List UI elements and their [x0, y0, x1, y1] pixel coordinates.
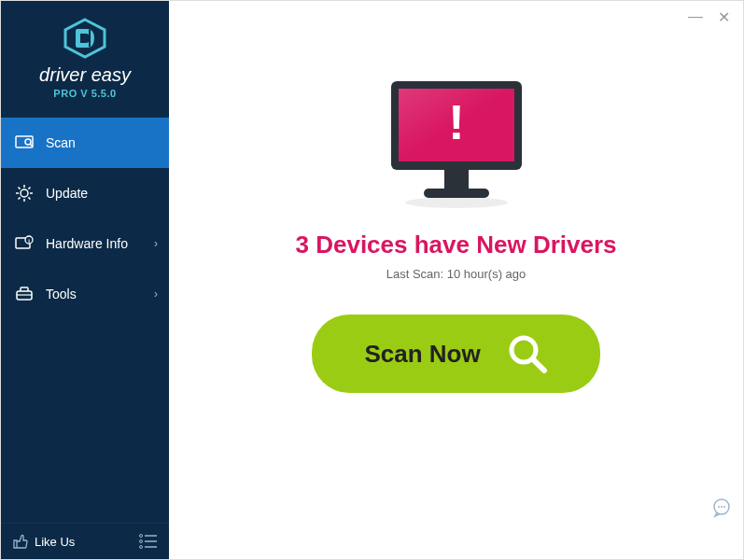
svg-line-13	[28, 188, 30, 189]
hardware-info-icon: i	[14, 233, 35, 254]
close-button[interactable]: ✕	[718, 8, 730, 26]
svg-rect-34	[424, 189, 489, 198]
svg-text:!: !	[448, 95, 464, 149]
svg-point-27	[140, 546, 143, 549]
magnify-icon	[507, 333, 548, 374]
svg-line-10	[19, 188, 21, 189]
logo-icon	[1, 18, 169, 59]
nav-update[interactable]: Update	[1, 168, 169, 218]
svg-point-25	[140, 540, 143, 543]
toolbox-icon	[14, 284, 35, 304]
nav-update-label: Update	[46, 186, 88, 201]
chevron-right-icon: ›	[154, 237, 158, 250]
svg-rect-33	[444, 170, 469, 189]
sidebar: driver easy PRO V 5.5.0 Scan Update i	[1, 1, 169, 559]
nav-tools-label: Tools	[46, 287, 77, 301]
scan-icon	[14, 133, 35, 153]
nav-tools[interactable]: Tools ›	[1, 269, 169, 319]
svg-point-21	[721, 506, 723, 508]
nav-scan[interactable]: Scan	[1, 118, 169, 168]
scan-now-button[interactable]: Scan Now	[312, 315, 599, 393]
like-us-button[interactable]: Like Us	[12, 533, 75, 550]
minimize-button[interactable]: —	[688, 8, 703, 26]
logo-block: driver easy PRO V 5.5.0	[1, 1, 169, 110]
nav-hardware[interactable]: i Hardware Info ›	[1, 218, 169, 269]
feedback-icon[interactable]	[711, 497, 732, 518]
svg-point-22	[723, 506, 725, 508]
nav-hardware-label: Hardware Info	[46, 236, 128, 251]
app-window: — ✕ driver easy PRO V 5.5.0 Scan	[0, 0, 744, 560]
svg-point-3	[25, 139, 31, 145]
thumbs-up-icon	[12, 533, 29, 550]
svg-marker-0	[65, 20, 105, 57]
svg-point-5	[21, 189, 28, 197]
svg-line-11	[28, 197, 30, 199]
alert-monitor-icon: !	[377, 72, 536, 212]
nav-scan-label: Scan	[46, 135, 76, 150]
gear-icon	[14, 183, 35, 203]
chevron-right-icon: ›	[154, 287, 158, 301]
app-version: PRO V 5.5.0	[1, 88, 169, 99]
like-us-label: Like Us	[35, 535, 75, 549]
svg-point-23	[140, 535, 143, 538]
main-content: ! 3 Devices have New Drivers Last Scan: …	[169, 1, 743, 559]
menu-list-icon[interactable]	[139, 534, 158, 549]
svg-line-12	[19, 197, 21, 199]
nav: Scan Update i Hardware Info › Tools	[1, 118, 169, 319]
svg-point-20	[718, 506, 720, 508]
last-scan-text: Last Scan: 10 hour(s) ago	[386, 267, 526, 281]
bottom-bar: Like Us	[1, 523, 169, 559]
scan-now-label: Scan Now	[364, 340, 480, 369]
app-name: driver easy	[1, 64, 169, 86]
status-headline: 3 Devices have New Drivers	[296, 231, 617, 259]
svg-point-35	[405, 197, 508, 208]
window-controls: — ✕	[688, 8, 730, 26]
svg-line-37	[533, 359, 544, 371]
